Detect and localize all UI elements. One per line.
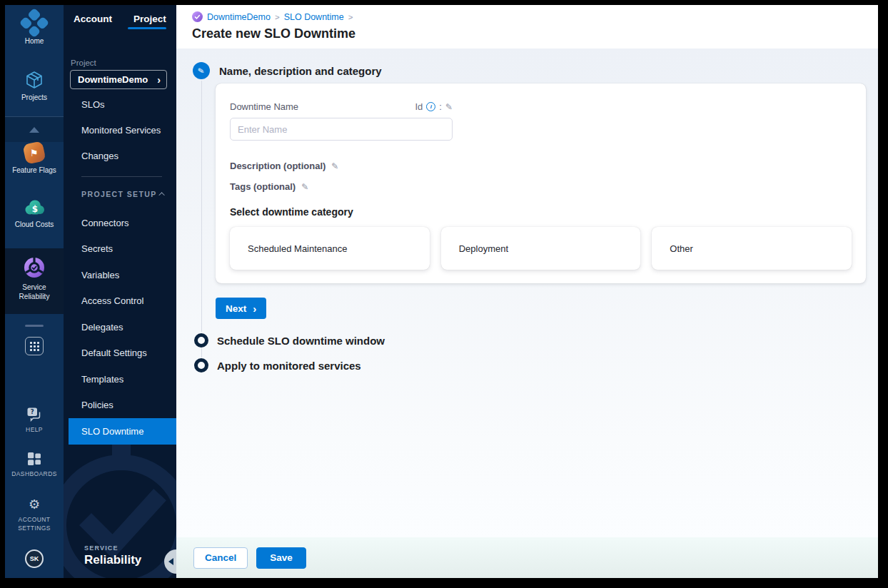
step-connector-line <box>201 81 202 332</box>
chevron-right-icon: › <box>253 303 256 314</box>
rail-item-label: DASHBOARDS <box>11 470 57 478</box>
module-tag: SERVICE Reliability <box>84 544 141 567</box>
rail-item-dashboards[interactable]: DASHBOARDS <box>5 452 64 478</box>
edit-id-pencil-icon[interactable]: ✎ <box>445 102 453 112</box>
wizard-step-2: Schedule SLO downtime window <box>194 333 385 348</box>
wizard-step-1: ✎ Name, description and category <box>193 62 382 79</box>
project-setup-header[interactable]: PROJECT SETUP <box>81 190 165 198</box>
project-setup-label: PROJECT SETUP <box>81 190 157 198</box>
sidebar-item-monitored-services[interactable]: Monitored Services <box>64 117 176 143</box>
cloud-costs-icon: $ <box>22 198 46 217</box>
chevron-right-icon: > <box>348 13 353 21</box>
pencil-icon: ✎ <box>197 66 205 76</box>
sidebar-item-connectors[interactable]: Connectors <box>64 210 176 236</box>
rail-scroll-up[interactable] <box>5 117 64 142</box>
rail-item-label: Projects <box>21 93 47 101</box>
svg-text:$: $ <box>32 204 38 214</box>
step-1-label: Name, description and category <box>219 65 382 77</box>
module-name: Reliability <box>84 553 141 567</box>
next-button[interactable]: Next › <box>216 298 266 319</box>
sidebar-item-slos[interactable]: SLOs <box>64 91 176 117</box>
step-1-edit-circle[interactable]: ✎ <box>193 62 210 79</box>
sidebar-nav-top: SLOs Monitored Services Changes <box>64 91 176 168</box>
rail-item-label: Feature Flags <box>12 166 56 174</box>
description-row[interactable]: Description (optional) ✎ <box>230 161 852 171</box>
category-card-scheduled-maintenance[interactable]: Scheduled Maintenance <box>230 227 430 270</box>
rail-item-feature-flags[interactable]: ⚑ Feature Flags <box>5 143 64 174</box>
category-cards: Scheduled Maintenance Deployment Other <box>230 227 852 270</box>
edit-tags-pencil-icon[interactable]: ✎ <box>301 182 308 192</box>
chevron-right-icon: › <box>157 74 161 86</box>
step-2-label: Schedule SLO downtime window <box>217 335 385 347</box>
help-icon: ? <box>26 407 42 422</box>
wizard-body: ✎ Name, description and category Downtim… <box>176 49 878 537</box>
sidebar-item-default-settings[interactable]: Default Settings <box>64 340 176 367</box>
sidebar-item-slo-downtime[interactable]: SLO Downtime <box>69 418 176 445</box>
tab-account[interactable]: Account <box>74 14 112 24</box>
action-footer: Cancel Save <box>176 537 878 578</box>
category-card-other[interactable]: Other <box>652 227 852 270</box>
service-reliability-mini-icon <box>192 11 203 22</box>
sidebar-item-delegates[interactable]: Delegates <box>64 314 176 340</box>
wizard-step-3: Apply to monitored services <box>194 358 361 372</box>
rail-item-profile[interactable]: SK <box>5 549 64 568</box>
id-label: Id <box>415 101 423 112</box>
svg-text:?: ? <box>31 408 34 415</box>
rail-item-service-reliability[interactable]: Service Reliability <box>5 256 64 301</box>
project-selector[interactable]: DowntimeDemo › <box>70 70 167 89</box>
info-icon[interactable]: i <box>426 102 435 111</box>
step-3-circle[interactable] <box>194 358 208 372</box>
rail-item-cloud-costs[interactable]: $ Cloud Costs <box>5 198 64 228</box>
page-header: DowntimeDemo > SLO Downtime > Create new… <box>176 5 878 49</box>
rail-item-projects[interactable]: Projects <box>5 70 64 101</box>
sidebar-item-variables[interactable]: Variables <box>64 262 176 288</box>
tags-row[interactable]: Tags (optional) ✎ <box>230 181 852 192</box>
gear-icon: ⚙ <box>29 497 40 512</box>
downtime-name-input[interactable] <box>230 118 453 141</box>
step-3-label: Apply to monitored services <box>217 360 361 372</box>
feature-flags-icon: ⚑ <box>22 141 46 164</box>
sidebar-item-changes[interactable]: Changes <box>64 143 176 168</box>
main-panel: DowntimeDemo > SLO Downtime > Create new… <box>176 5 878 578</box>
rail-item-label: Service Reliability <box>12 283 56 301</box>
project-selector-value: DowntimeDemo <box>78 74 148 85</box>
projects-cube-icon <box>24 70 44 90</box>
sidebar-item-access-control[interactable]: Access Control <box>64 288 176 315</box>
app-window: Home Projects ⚑ Feature Flags <box>5 5 878 578</box>
sidebar-item-secrets[interactable]: Secrets <box>64 236 176 263</box>
sidebar-item-templates[interactable]: Templates <box>64 366 176 392</box>
category-card-deployment[interactable]: Deployment <box>441 227 641 270</box>
sidebar-item-policies[interactable]: Policies <box>64 392 176 419</box>
tab-project[interactable]: Project <box>133 14 166 24</box>
breadcrumb-project-link[interactable]: DowntimeDemo <box>207 12 271 22</box>
id-edit-group: Id i : ✎ <box>415 101 453 112</box>
rail-section-handle[interactable] <box>25 325 44 327</box>
module-picker-button[interactable] <box>25 337 44 355</box>
chevron-up-icon <box>158 192 164 198</box>
save-button[interactable]: Save <box>256 547 306 569</box>
rail-item-help[interactable]: ? HELP <box>5 407 64 434</box>
tab-active-underline <box>128 27 166 29</box>
page-title: Create new SLO Downtime <box>192 26 878 41</box>
rail-item-home[interactable]: Home <box>5 12 64 45</box>
rail-item-label: Cloud Costs <box>15 220 54 228</box>
avatar[interactable]: SK <box>25 549 44 568</box>
rail-item-account-settings[interactable]: ⚙ ACCOUNT SETTINGS <box>5 497 64 533</box>
next-button-label: Next <box>226 303 246 314</box>
module-kicker: SERVICE <box>84 544 141 552</box>
breadcrumb-slo-downtime-link[interactable]: SLO Downtime <box>284 12 344 22</box>
downtime-name-label: Downtime Name <box>230 101 298 112</box>
service-reliability-icon <box>23 256 46 279</box>
step-1-form-card: Downtime Name Id i : ✎ Description (opti… <box>216 83 866 283</box>
chevron-right-icon: > <box>275 13 280 21</box>
breadcrumb: DowntimeDemo > SLO Downtime > <box>192 11 878 22</box>
description-label: Description (optional) <box>230 161 326 171</box>
scroll-up-icon <box>29 127 39 133</box>
step-2-circle[interactable] <box>194 333 208 348</box>
rail-item-label: ACCOUNT SETTINGS <box>11 515 57 533</box>
id-colon: : <box>439 101 442 112</box>
cancel-button[interactable]: Cancel <box>193 547 248 569</box>
collapse-sidebar-icon <box>168 558 173 565</box>
step-connector-line <box>201 348 202 358</box>
edit-description-pencil-icon[interactable]: ✎ <box>331 161 338 171</box>
